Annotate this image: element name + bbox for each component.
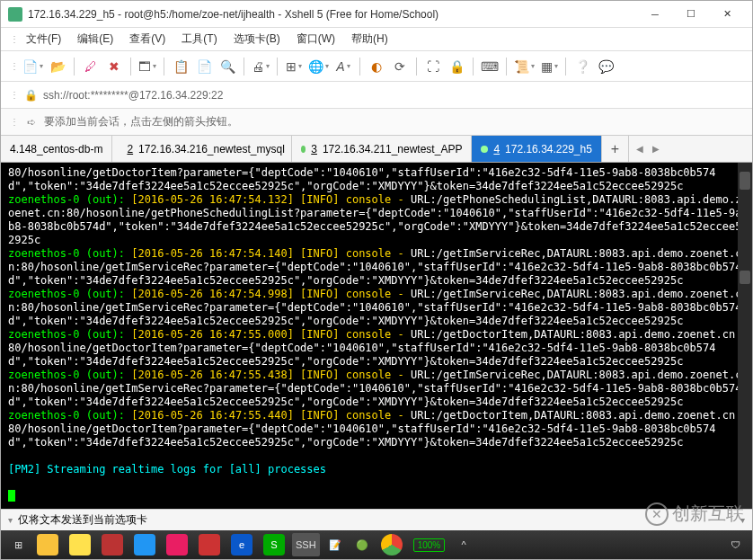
tab-1[interactable]: 2 172.16.34.216_newtest_mysql bbox=[112, 136, 292, 162]
refresh-button[interactable]: ⟳ bbox=[389, 56, 411, 77]
infobar-message: 要添加当前会话，点击左侧的箭头按钮。 bbox=[44, 114, 238, 129]
task-app-10[interactable]: 📝 bbox=[323, 533, 347, 556]
task-app-3[interactable] bbox=[98, 533, 127, 556]
tab-nav: ◀ ▶ bbox=[629, 136, 667, 162]
tab-2[interactable]: 3 172.16.34.211_newtest_APP bbox=[292, 136, 472, 162]
grip-icon: ⋮ bbox=[10, 34, 17, 44]
tab-label: 172.16.34.211_newtest_APP bbox=[323, 143, 462, 156]
task-app-11[interactable]: 🟢 bbox=[350, 533, 374, 556]
font-button[interactable]: A▾ bbox=[332, 56, 354, 77]
task-app-4[interactable] bbox=[130, 533, 159, 556]
app-icon bbox=[8, 7, 22, 22]
task-xshell[interactable]: SSH bbox=[292, 533, 320, 556]
status-dot-icon bbox=[481, 146, 488, 153]
arrow-right-icon[interactable]: ➪ bbox=[24, 115, 39, 129]
tab-next-button[interactable]: ▶ bbox=[649, 142, 663, 156]
color-button[interactable]: ◐ bbox=[366, 56, 387, 77]
close-button[interactable]: ✕ bbox=[709, 2, 745, 27]
task-app-8[interactable]: S bbox=[260, 533, 288, 556]
statusbar-text: 仅将文本发送到当前选项卡 bbox=[18, 512, 147, 528]
toolbar: ⋮ 📄▾ 📂 🖊 ✖ 🗔▾ 📋 📄 🔍 🖨▾ ⊞▾ 🌐▾ A▾ ◐ ⟳ ⛶ 🔒 … bbox=[1, 51, 752, 82]
menubar: ⋮ 文件(F) 编辑(E) 查看(V) 工具(T) 选项卡(B) 窗口(W) 帮… bbox=[1, 28, 752, 51]
menu-tabs[interactable]: 选项卡(B) bbox=[226, 30, 288, 49]
terminal-scrollbar[interactable] bbox=[738, 163, 752, 509]
menu-view[interactable]: 查看(V) bbox=[122, 30, 173, 49]
tab-num: 4 bbox=[493, 143, 500, 156]
menu-file[interactable]: 文件(F) bbox=[19, 30, 68, 49]
maximize-button[interactable]: ☐ bbox=[673, 2, 709, 27]
menu-help[interactable]: 帮助(H) bbox=[344, 30, 395, 49]
tab-prev-button[interactable]: ◀ bbox=[633, 142, 647, 156]
print-button[interactable]: 🖨▾ bbox=[250, 56, 271, 77]
titlebar: 172.16.34.229_h5 - root@h5:/home/zoe-net… bbox=[1, 1, 752, 28]
statusbar-menu-icon[interactable]: ▾ bbox=[740, 515, 745, 525]
keyboard-button[interactable]: ⌨ bbox=[479, 56, 501, 77]
layout-button[interactable]: ⊞▾ bbox=[283, 56, 305, 77]
add-tab-button[interactable]: + bbox=[602, 136, 629, 162]
menu-window[interactable]: 窗口(W) bbox=[289, 30, 342, 49]
fullscreen-button[interactable]: ⛶ bbox=[422, 56, 444, 77]
task-edge[interactable]: e bbox=[227, 533, 256, 556]
tab-label: 4.148_centos-db-m bbox=[10, 143, 102, 156]
terminal[interactable]: 80/hosonline/getDoctorItem?parameter={"d… bbox=[1, 163, 752, 509]
open-button[interactable]: 📂 bbox=[47, 56, 68, 77]
infobar: ⋮ ➪ 要添加当前会话，点击左侧的箭头按钮。 bbox=[1, 109, 752, 136]
task-app-1[interactable] bbox=[33, 533, 62, 556]
task-app-2[interactable] bbox=[66, 533, 94, 556]
dropdown-icon[interactable]: ▾ bbox=[8, 515, 13, 525]
view-button[interactable]: ▦▾ bbox=[538, 56, 560, 77]
task-view-button[interactable]: ⊞ bbox=[6, 533, 30, 556]
tab-3[interactable]: 4 172.16.34.229_h5 bbox=[472, 136, 601, 162]
minimize-button[interactable]: ─ bbox=[637, 2, 673, 27]
task-app-5[interactable] bbox=[163, 533, 191, 556]
session-tabs: 4.148_centos-db-m 2 172.16.34.216_newtes… bbox=[1, 136, 752, 163]
disconnect-button[interactable]: ✖ bbox=[103, 56, 125, 77]
grip-icon: ⋮ bbox=[10, 61, 19, 71]
addressbar: ⋮ 🔒 ssh://root:*********@172.16.34.229:2… bbox=[1, 82, 752, 109]
paste-button[interactable]: 📄 bbox=[193, 56, 215, 77]
tray-shield-icon[interactable]: 🛡 bbox=[723, 533, 747, 556]
find-button[interactable]: 🔍 bbox=[217, 56, 238, 77]
lock-icon: 🔒 bbox=[24, 89, 38, 102]
new-session-button[interactable]: 📄▾ bbox=[21, 56, 45, 77]
statusbar: ▾ 仅将文本发送到当前选项卡 ▾ bbox=[1, 509, 752, 530]
window-title: 172.16.34.229_h5 - root@h5:/home/zoe-net… bbox=[28, 8, 637, 21]
chat-button[interactable]: 💬 bbox=[595, 56, 616, 77]
script-button[interactable]: 📜▾ bbox=[512, 56, 536, 77]
copy-button[interactable]: 📋 bbox=[170, 56, 191, 77]
menu-edit[interactable]: 编辑(E) bbox=[70, 30, 120, 49]
task-battery[interactable]: 100% bbox=[410, 533, 449, 556]
encoding-button[interactable]: 🌐▾ bbox=[306, 56, 331, 77]
terminal-cursor bbox=[8, 490, 15, 502]
task-chrome[interactable] bbox=[377, 533, 406, 556]
tab-0[interactable]: 4.148_centos-db-m bbox=[1, 136, 112, 162]
reconnect-button[interactable]: 🖊 bbox=[80, 56, 102, 77]
app-window: 172.16.34.229_h5 - root@h5:/home/zoe-net… bbox=[0, 0, 753, 560]
lock-button[interactable]: 🔒 bbox=[446, 56, 467, 77]
tab-num: 2 bbox=[127, 143, 133, 156]
tray-expand-icon[interactable]: ^ bbox=[452, 533, 475, 556]
tab-label: 172.16.34.229_h5 bbox=[505, 143, 592, 156]
status-dot-icon bbox=[301, 146, 306, 153]
taskbar: ⊞ e S SSH 📝 🟢 100% ^ 🛡 bbox=[1, 530, 752, 559]
tab-num: 3 bbox=[311, 143, 317, 156]
help-button[interactable]: ❔ bbox=[571, 56, 593, 77]
address-text[interactable]: ssh://root:*********@172.16.34.229:22 bbox=[43, 89, 223, 102]
window-controls: ─ ☐ ✕ bbox=[637, 2, 745, 27]
menu-tools[interactable]: 工具(T) bbox=[174, 30, 224, 49]
properties-button[interactable]: 🗔▾ bbox=[137, 56, 158, 77]
grip-icon: ⋮ bbox=[10, 90, 19, 100]
tab-label: 172.16.34.216_newtest_mysql bbox=[138, 143, 285, 156]
grip-icon: ⋮ bbox=[10, 117, 19, 127]
task-app-6[interactable] bbox=[195, 533, 224, 556]
